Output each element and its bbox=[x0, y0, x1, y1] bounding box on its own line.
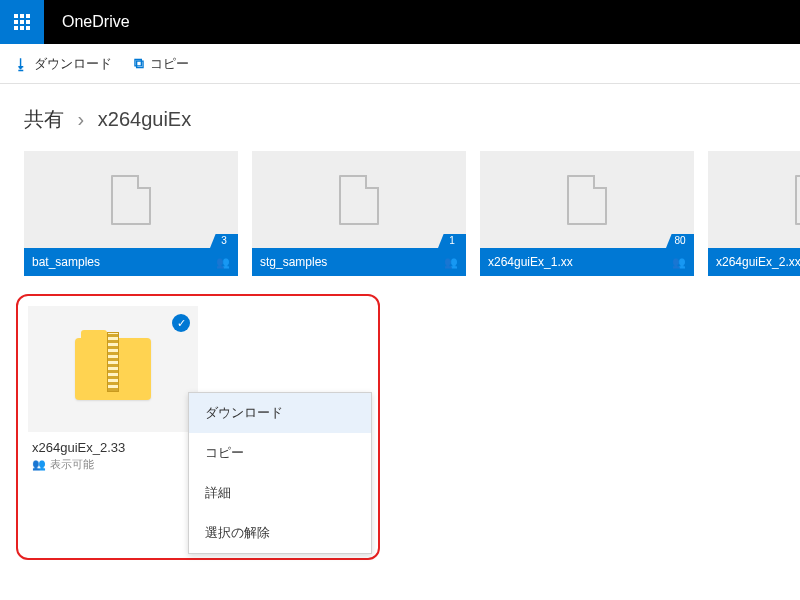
command-bar: ⭳ ダウンロード ⧉ コピー bbox=[0, 44, 800, 84]
file-sub-label: 表示可能 bbox=[50, 457, 94, 472]
folder-name: x264guiEx_2.xx bbox=[716, 255, 800, 269]
context-menu-copy[interactable]: コピー bbox=[189, 433, 371, 473]
app-header: OneDrive bbox=[0, 0, 800, 44]
document-icon bbox=[111, 175, 151, 225]
folder-tile[interactable]: x264guiEx_2.xx bbox=[708, 151, 800, 276]
file-meta: x264guiEx_2.33 👥 表示可能 bbox=[28, 432, 198, 480]
context-menu: ダウンロード コピー 詳細 選択の解除 bbox=[188, 392, 372, 554]
chevron-right-icon: › bbox=[78, 108, 85, 130]
document-icon bbox=[339, 175, 379, 225]
folder-footer: 80 x264guiEx_1.xx bbox=[480, 248, 694, 276]
folder-thumb bbox=[24, 151, 238, 248]
folder-thumb bbox=[480, 151, 694, 248]
folder-thumb bbox=[708, 151, 800, 248]
context-menu-deselect[interactable]: 選択の解除 bbox=[189, 513, 371, 553]
download-button[interactable]: ⭳ ダウンロード bbox=[14, 55, 112, 73]
shared-icon bbox=[670, 256, 686, 268]
breadcrumb-current: x264guiEx bbox=[98, 108, 191, 130]
breadcrumb: 共有 › x264guiEx bbox=[0, 84, 800, 151]
app-launcher-button[interactable] bbox=[0, 0, 44, 44]
context-menu-download[interactable]: ダウンロード bbox=[189, 393, 371, 433]
file-name: x264guiEx_2.33 bbox=[32, 440, 194, 455]
folder-tiles: 3 bat_samples 1 stg_samples 80 x264guiEx… bbox=[0, 151, 800, 276]
folder-tile[interactable]: 1 stg_samples bbox=[252, 151, 466, 276]
folder-name: stg_samples bbox=[260, 255, 327, 269]
file-thumb: ✓ bbox=[28, 306, 198, 432]
waffle-icon bbox=[14, 14, 30, 30]
context-menu-details[interactable]: 詳細 bbox=[189, 473, 371, 513]
download-icon: ⭳ bbox=[14, 56, 28, 72]
folder-name: x264guiEx_1.xx bbox=[488, 255, 573, 269]
folder-thumb bbox=[252, 151, 466, 248]
file-tile-selected[interactable]: ✓ x264guiEx_2.33 👥 表示可能 bbox=[28, 306, 198, 480]
document-icon bbox=[567, 175, 607, 225]
folder-name: bat_samples bbox=[32, 255, 100, 269]
selected-check-icon[interactable]: ✓ bbox=[172, 314, 190, 332]
folder-footer: x264guiEx_2.xx bbox=[708, 248, 800, 276]
breadcrumb-root[interactable]: 共有 bbox=[24, 108, 64, 130]
shared-icon bbox=[214, 256, 230, 268]
download-label: ダウンロード bbox=[34, 55, 112, 73]
file-subtitle: 👥 表示可能 bbox=[32, 457, 194, 472]
zip-folder-icon bbox=[75, 338, 151, 400]
highlight-annotation: ✓ x264guiEx_2.33 👥 表示可能 ダウンロード コピー 詳細 選択… bbox=[16, 294, 380, 560]
brand-title: OneDrive bbox=[44, 13, 130, 31]
zipper-icon bbox=[107, 332, 119, 392]
folder-tile[interactable]: 80 x264guiEx_1.xx bbox=[480, 151, 694, 276]
document-icon bbox=[795, 175, 800, 225]
folder-tile[interactable]: 3 bat_samples bbox=[24, 151, 238, 276]
folder-footer: 1 stg_samples bbox=[252, 248, 466, 276]
copy-button[interactable]: ⧉ コピー bbox=[134, 55, 189, 73]
copy-icon: ⧉ bbox=[134, 55, 144, 72]
folder-footer: 3 bat_samples bbox=[24, 248, 238, 276]
shared-icon bbox=[442, 256, 458, 268]
people-icon: 👥 bbox=[32, 458, 46, 471]
copy-label: コピー bbox=[150, 55, 189, 73]
